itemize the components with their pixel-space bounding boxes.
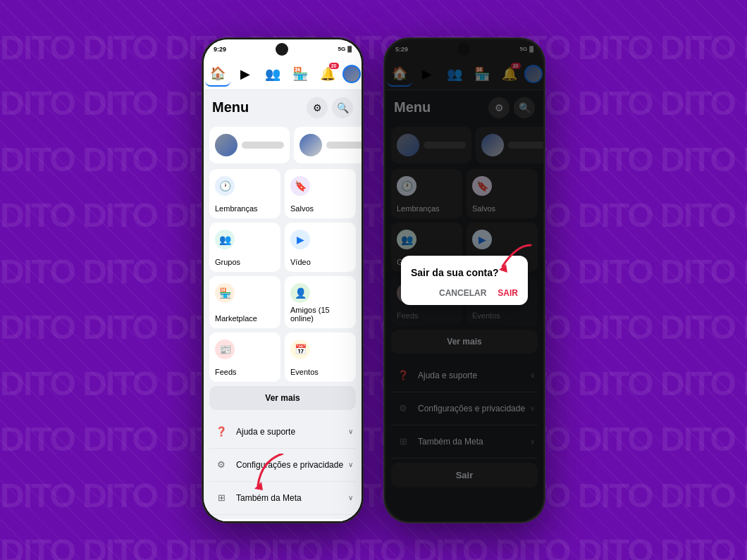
notch-light <box>276 43 288 56</box>
amigos-label-light: Amigos (15 online) <box>290 306 350 323</box>
video-icon-light: ▶ <box>290 230 310 249</box>
phone-light: 9:29 5G ▓ 🏠 ▶ 👥 🏪 🔔 20 <box>202 37 364 523</box>
ajuda-label-light: Ajuda e suporte <box>236 427 295 437</box>
ajuda-section-light[interactable]: ❓ Ajuda e suporte ∨ <box>209 416 356 449</box>
grid-item-salvos-light[interactable]: 🔖 Salvos <box>285 169 356 218</box>
meta-left-light: ⊞ Também da Meta <box>212 489 302 507</box>
amigos-icon-light: 👤 <box>290 283 310 303</box>
nav-marketplace-light[interactable]: 🏪 <box>288 61 313 87</box>
config-section-light[interactable]: ⚙ Configurações e privacidade ∨ <box>209 449 356 482</box>
dialog-actions: CANCELAR SAIR <box>411 288 518 298</box>
nav-bar-light[interactable]: 🏠 ▶ 👥 🏪 🔔 20 <box>204 59 362 90</box>
phones-container: 9:29 5G ▓ 🏠 ▶ 👥 🏪 🔔 20 <box>202 37 545 523</box>
nav-avatar-light[interactable] <box>342 65 361 83</box>
config-left-light: ⚙ Configurações e privacidade <box>212 456 343 474</box>
feeds-icon-light: 📰 <box>215 340 235 359</box>
menu-header-icons-light: ⚙ 🔍 <box>307 97 353 118</box>
grid-item-grupos-light[interactable]: 👥 Grupos <box>209 223 280 272</box>
sair-btn-light[interactable]: Sair <box>209 519 356 521</box>
eventos-label-light: Eventos <box>290 368 350 376</box>
lembrancas-icon-light: 🕐 <box>215 176 235 196</box>
profile-card-1-light[interactable] <box>209 127 290 163</box>
status-bar-light: 9:29 5G ▓ <box>204 39 362 59</box>
menu-header-light: Menu ⚙ 🔍 <box>209 90 356 124</box>
meta-chevron-light: ∨ <box>348 494 353 502</box>
salvos-icon-light: 🔖 <box>290 176 310 196</box>
profile-avatar-2-light <box>300 134 322 156</box>
search-btn-light[interactable]: 🔍 <box>332 97 353 118</box>
ajuda-icon-light: ❓ <box>212 423 230 441</box>
config-icon-light: ⚙ <box>212 456 230 474</box>
config-label-light: Configurações e privacidade <box>236 460 343 470</box>
nav-friends-light[interactable]: 👥 <box>260 61 285 87</box>
battery-icon-light: ▓ <box>347 46 352 52</box>
config-chevron-light: ∨ <box>348 461 353 468</box>
marketplace-icon-light: 🏪 <box>215 283 235 303</box>
marketplace-label-light: Marketplace <box>215 314 275 323</box>
video-label-light: Vídeo <box>290 258 350 266</box>
grupos-icon-light: 👥 <box>215 230 235 249</box>
feeds-label-light: Feeds <box>215 368 275 376</box>
notif-badge-light: 20 <box>329 63 339 69</box>
grid-item-marketplace-light[interactable]: 🏪 Marketplace <box>209 276 280 328</box>
grid-item-feeds-light[interactable]: 📰 Feeds <box>209 332 280 382</box>
nav-video-light[interactable]: ▶ <box>233 61 258 87</box>
profile-card-2-light[interactable] <box>294 127 362 163</box>
profile-name-1-light <box>242 142 284 149</box>
grupos-label-light: Grupos <box>215 258 275 266</box>
grid-item-lembrancas-light[interactable]: 🕐 Lembranças <box>209 169 280 218</box>
dialog-overlay: Sair da sua conta? CANCELAR SAIR <box>385 39 543 521</box>
logout-dialog: Sair da sua conta? CANCELAR SAIR <box>401 256 528 305</box>
profile-name-2-light <box>326 142 362 149</box>
eventos-icon-light: 📅 <box>290 340 310 359</box>
salvos-label-light: Salvos <box>290 204 350 213</box>
meta-section-light[interactable]: ⊞ Também da Meta ∨ <box>209 482 356 515</box>
grid-item-amigos-light[interactable]: 👤 Amigos (15 online) <box>285 276 356 328</box>
status-time-light: 9:29 <box>214 46 226 53</box>
meta-icon-light: ⊞ <box>212 489 230 507</box>
menu-grid-light: 🕐 Lembranças 🔖 Salvos 👥 Grupos ▶ Vídeo <box>209 169 356 382</box>
dialog-title: Sair da sua conta? <box>411 267 518 278</box>
profile-avatar-1-light <box>215 134 237 156</box>
signal-icon-light: 5G <box>338 46 345 52</box>
ver-mais-btn-light[interactable]: Ver mais <box>209 386 356 410</box>
nav-notif-light[interactable]: 🔔 20 <box>315 61 340 87</box>
profile-strip-light <box>209 124 356 169</box>
lembrancas-label-light: Lembranças <box>215 204 275 213</box>
phone-dark: 5:29 5G ▓ 🏠 ▶ 👥 🏪 🔔 20 <box>383 37 545 523</box>
dialog-confirm-btn[interactable]: SAIR <box>498 288 518 298</box>
content-light[interactable]: Menu ⚙ 🔍 <box>204 90 362 521</box>
meta-label-light: Também da Meta <box>236 493 302 503</box>
dialog-cancel-btn[interactable]: CANCELAR <box>439 288 486 298</box>
settings-btn-light[interactable]: ⚙ <box>307 97 328 118</box>
ajuda-left-light: ❓ Ajuda e suporte <box>212 423 295 441</box>
ajuda-chevron-light: ∨ <box>348 428 353 435</box>
menu-title-light: Menu <box>212 99 249 116</box>
nav-home-light[interactable]: 🏠 <box>205 61 230 87</box>
grid-item-eventos-light[interactable]: 📅 Eventos <box>285 332 356 382</box>
status-icons-light: 5G ▓ <box>338 46 352 52</box>
grid-item-video-light[interactable]: ▶ Vídeo <box>285 223 356 272</box>
